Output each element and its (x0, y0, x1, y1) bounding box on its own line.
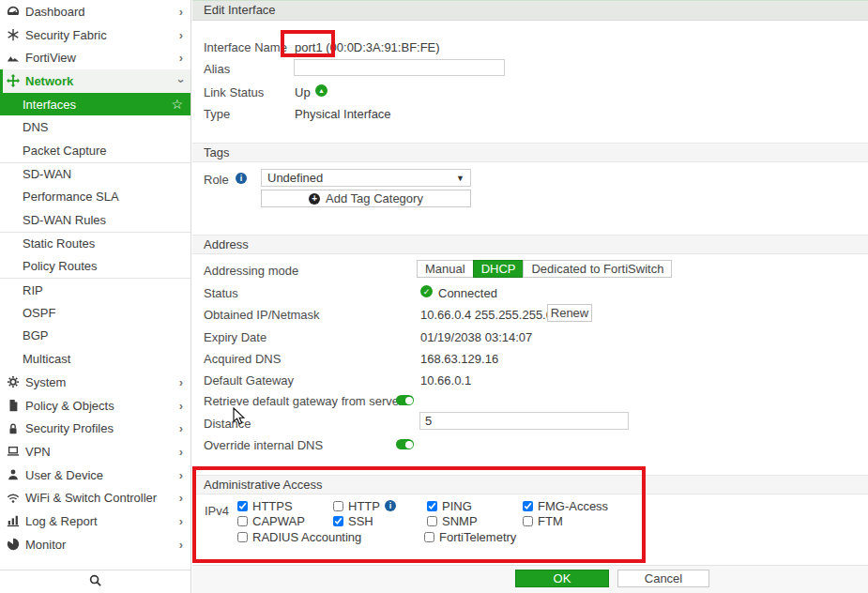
admin-access-section-header: Administrative Access (192, 475, 868, 494)
snmp-checkbox[interactable] (427, 516, 437, 526)
sidebar-item-dns[interactable]: DNS (0, 115, 190, 139)
chevron-right-icon: › (179, 492, 183, 504)
role-select[interactable]: Undefined ▼ (261, 169, 471, 187)
sidebar-item-policy-objects[interactable]: Policy & Objects› (0, 394, 190, 418)
sidebar-item-sd-wan[interactable]: SD-WAN (0, 162, 190, 186)
expiry-date-value: 01/19/2038 03:14:07 (420, 330, 532, 344)
plus-circle-icon: + (309, 193, 320, 205)
mouse-cursor (233, 407, 246, 429)
sidebar-item-performance-sla[interactable]: Performance SLA (0, 186, 190, 209)
checkbox-snmp[interactable]: SNMP (427, 514, 516, 530)
sidebar-item-sd-wan-rules[interactable]: SD-WAN Rules (0, 208, 190, 232)
sidebar-item-network[interactable]: Network› (0, 69, 190, 93)
admin-access-column-3: PING SNMP FortiTelemetry (427, 498, 516, 545)
sidebar-item-multicast[interactable]: Multicast (0, 347, 190, 371)
override-dns-label: Override internal DNS (204, 438, 323, 452)
chevron-down-icon: › (175, 79, 187, 83)
ssh-checkbox[interactable] (333, 516, 343, 526)
add-tag-category-button[interactable]: + Add Tag Category (261, 190, 471, 207)
sidebar-item-system[interactable]: System› (0, 371, 190, 394)
chevron-right-icon: › (179, 400, 183, 412)
capwap-checkbox[interactable] (237, 516, 248, 526)
ipv4-label: IPv4 (205, 504, 229, 518)
http-info-icon[interactable]: i (385, 500, 396, 511)
expiry-date-label: Expiry Date (204, 330, 266, 344)
sidebar-search[interactable] (0, 570, 190, 593)
checkbox-fmg-access[interactable]: FMG-Access (523, 498, 608, 514)
chevron-right-icon: › (179, 6, 183, 18)
admin-access-column-2: HTTPi SSH (333, 498, 396, 529)
user-icon (6, 468, 21, 481)
status-value: Connected (438, 286, 497, 300)
checkbox-ftm[interactable]: FTM (523, 514, 608, 530)
ftm-checkbox[interactable] (523, 516, 533, 526)
checkbox-http[interactable]: HTTPi (333, 498, 396, 514)
mode-dhcp-button[interactable]: DHCP (473, 260, 525, 278)
sidebar-nav: Dashboard› Security Fabric› FortiView› N… (0, 0, 191, 593)
default-gateway-label: Default Gateway (204, 373, 294, 388)
sidebar-item-rip[interactable]: RIP (0, 278, 190, 301)
checkbox-ssh[interactable]: SSH (333, 514, 396, 530)
ping-checkbox[interactable] (427, 501, 437, 511)
dropdown-caret-icon: ▼ (456, 174, 464, 183)
favorite-star-icon[interactable]: ☆ (171, 97, 183, 112)
fmg-access-checkbox[interactable] (523, 501, 533, 511)
chevron-right-icon: › (179, 29, 183, 41)
link-status-value: Up (295, 85, 311, 99)
sidebar-item-wifi-switch-controller[interactable]: WiFi & Switch Controller› (0, 486, 190, 509)
sidebar-item-vpn[interactable]: VPN› (0, 440, 190, 464)
override-dns-toggle[interactable] (396, 439, 414, 449)
interface-name-label: Interface Name (204, 40, 287, 54)
acquired-dns-label: Acquired DNS (204, 352, 281, 366)
chevron-right-icon: › (179, 515, 183, 527)
mode-manual-button[interactable]: Manual (417, 260, 474, 278)
role-selected-value: Undefined (267, 171, 323, 185)
document-icon (6, 399, 21, 412)
checkbox-radius-accounting[interactable]: RADIUS Accounting (237, 529, 361, 545)
sidebar-item-user-device[interactable]: User & Device› (0, 464, 190, 487)
retrieve-gateway-label: Retrieve default gateway from server (204, 394, 403, 408)
sidebar-item-static-routes[interactable]: Static Routes (0, 232, 190, 255)
obtained-ip-label: Obtained IP/Netmask (204, 308, 320, 322)
https-checkbox[interactable] (237, 501, 248, 511)
sidebar-item-monitor[interactable]: Monitor› (0, 533, 190, 556)
role-info-icon[interactable]: i (236, 173, 247, 184)
addressing-mode-label: Addressing mode (204, 264, 298, 278)
chevron-right-icon: › (179, 446, 183, 458)
sidebar-item-ospf[interactable]: OSPF (0, 301, 190, 325)
type-value: Physical Interface (295, 107, 391, 121)
sidebar-item-policy-routes[interactable]: Policy Routes (0, 255, 190, 279)
admin-access-column-4: FMG-Access FTM (523, 498, 608, 529)
chevron-right-icon: › (179, 52, 183, 64)
network-icon (6, 74, 21, 87)
mode-fortiswitch-button[interactable]: Dedicated to FortiSwitch (523, 260, 672, 278)
sidebar-item-interfaces[interactable]: Interfaces☆ (0, 93, 190, 116)
connected-check-icon: ✓ (420, 285, 433, 297)
ok-button[interactable]: OK (515, 570, 609, 587)
retrieve-gateway-toggle[interactable] (396, 395, 414, 405)
renew-button[interactable]: Renew (547, 304, 592, 322)
dashboard-icon (6, 5, 21, 18)
address-section-header: Address (192, 235, 868, 254)
sidebar-item-packet-capture[interactable]: Packet Capture (0, 139, 190, 162)
alias-input[interactable] (294, 59, 505, 76)
status-label: Status (204, 286, 238, 300)
radius-accounting-checkbox[interactable] (237, 532, 248, 542)
sidebar-item-bgp[interactable]: BGP (0, 325, 190, 348)
sidebar-item-fortiview[interactable]: FortiView› (0, 46, 190, 69)
sidebar-item-log-report[interactable]: Log & Report› (0, 509, 190, 533)
interface-name-value: port1 (00:0D:3A:91:BF:FE) (295, 40, 440, 54)
cancel-button[interactable]: Cancel (617, 570, 709, 587)
sidebar-item-dashboard[interactable]: Dashboard› (0, 0, 190, 23)
tags-section-header: Tags (192, 143, 868, 162)
role-label: Role (204, 173, 229, 187)
checkbox-ping[interactable]: PING (427, 498, 516, 514)
distance-input[interactable] (419, 412, 629, 430)
page-title: Edit Interface (192, 0, 868, 21)
fortitelemetry-checkbox[interactable] (424, 532, 434, 542)
fortigate-edit-interface-page: Dashboard› Security Fabric› FortiView› N… (0, 0, 868, 593)
sidebar-item-security-fabric[interactable]: Security Fabric› (0, 23, 190, 47)
checkbox-fortitelemetry[interactable]: FortiTelemetry (424, 529, 516, 545)
http-checkbox[interactable] (333, 501, 343, 511)
sidebar-item-security-profiles[interactable]: Security Profiles› (0, 417, 190, 440)
